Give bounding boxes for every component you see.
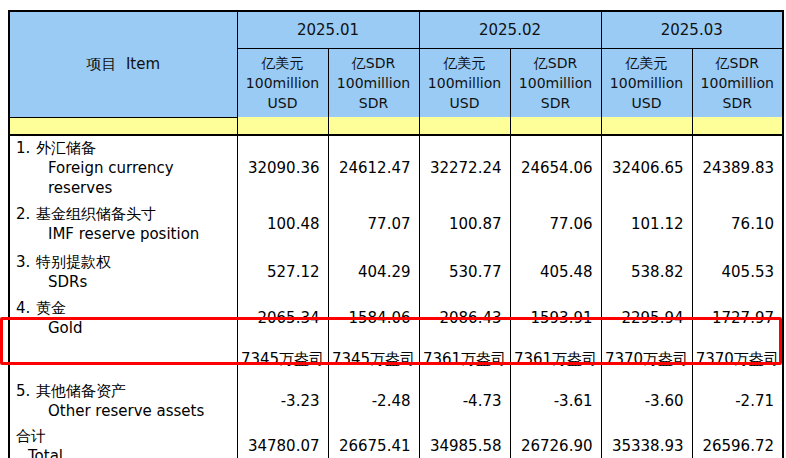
value-cell: -3.23 (237, 378, 328, 424)
col-header-unit-sdr: 亿SDR 100million SDR (510, 48, 601, 117)
separator-row (9, 117, 783, 135)
row-label-en: Gold (48, 318, 233, 338)
value-cell: -3.60 (601, 378, 692, 424)
value-cell: 7370万盎司 (692, 340, 783, 378)
col-header-month-2: 2025.02 (419, 11, 601, 48)
row-label-cn: 特别提款权 (36, 253, 111, 271)
row-number: 4. (16, 298, 36, 318)
row-label: 合计 Total (9, 424, 237, 458)
value-cell: -2.71 (692, 378, 783, 424)
value-cell: 24389.83 (692, 135, 783, 200)
value-cell: 24612.47 (328, 135, 419, 200)
row-label: 2.基金组织储备头寸 IMF reserve position (9, 200, 237, 248)
value-cell: 34780.07 (237, 424, 328, 458)
value-cell: 32406.65 (601, 135, 692, 200)
row-number: 3. (16, 252, 36, 272)
row-label-en: Total (28, 446, 233, 458)
value-cell: 405.48 (510, 248, 601, 296)
value-cell: -2.48 (328, 378, 419, 424)
row-number: 1. (16, 138, 36, 158)
value-cell: 100.48 (237, 200, 328, 248)
value-cell: 405.53 (692, 248, 783, 296)
row-label: 3.特别提款权 SDRs (9, 248, 237, 296)
row-label: 4.黄金 Gold (9, 296, 237, 340)
table-row-foreign-currency-reserves: 1.外汇储备 Foreign currency reserves 32090.3… (9, 135, 783, 200)
value-cell: 1593.91 (510, 296, 601, 340)
reserves-table: 项目 Item 2025.01 2025.02 2025.03 亿美元 100m… (8, 10, 784, 458)
value-cell: 7345万盎司 (328, 340, 419, 378)
table-row-other-reserve-assets: 5.其他储备资产 Other reserve assets -3.23 -2.4… (9, 378, 783, 424)
value-cell: 1584.06 (328, 296, 419, 340)
value-cell: -3.61 (510, 378, 601, 424)
value-cell: 7361万盎司 (419, 340, 510, 378)
row-number: 2. (16, 204, 36, 224)
row-label-cn: 合计 (16, 427, 46, 445)
value-cell: 7361万盎司 (510, 340, 601, 378)
value-cell: 7345万盎司 (237, 340, 328, 378)
table-row-imf-reserve-position: 2.基金组织储备头寸 IMF reserve position 100.48 7… (9, 200, 783, 248)
row-label-en: Other reserve assets (48, 401, 233, 421)
value-cell: 26596.72 (692, 424, 783, 458)
value-cell: 100.87 (419, 200, 510, 248)
value-cell: 404.29 (328, 248, 419, 296)
row-label: 1.外汇储备 Foreign currency reserves (9, 135, 237, 200)
col-header-month-3: 2025.03 (601, 11, 783, 48)
value-cell: 77.07 (328, 200, 419, 248)
value-cell: 2295.94 (601, 296, 692, 340)
value-cell: 77.06 (510, 200, 601, 248)
col-header-month-1: 2025.01 (237, 11, 419, 48)
value-cell: -4.73 (419, 378, 510, 424)
col-header-unit-usd: 亿美元 100million USD (237, 48, 328, 117)
value-cell: 32090.36 (237, 135, 328, 200)
value-cell: 527.12 (237, 248, 328, 296)
value-cell: 76.10 (692, 200, 783, 248)
reserve-assets-page: 项目 Item 2025.01 2025.02 2025.03 亿美元 100m… (0, 0, 786, 458)
value-cell: 26675.41 (328, 424, 419, 458)
col-header-unit-usd: 亿美元 100million USD (419, 48, 510, 117)
col-header-unit-sdr: 亿SDR 100million SDR (328, 48, 419, 117)
value-cell: 1727.97 (692, 296, 783, 340)
table-row-total: 合计 Total 34780.07 26675.41 34985.58 2672… (9, 424, 783, 458)
value-cell: 24654.06 (510, 135, 601, 200)
row-label-en: IMF reserve position (48, 224, 233, 244)
row-label-cn: 基金组织储备头寸 (36, 205, 156, 223)
col-header-item: 项目 Item (9, 11, 237, 117)
value-cell: 530.77 (419, 248, 510, 296)
table-row-gold-ounces-highlighted: 7345万盎司 7345万盎司 7361万盎司 7361万盎司 7370万盎司 … (9, 340, 783, 378)
col-header-unit-sdr: 亿SDR 100million SDR (692, 48, 783, 117)
value-cell: 32272.24 (419, 135, 510, 200)
row-number: 5. (16, 381, 36, 401)
value-cell: 101.12 (601, 200, 692, 248)
value-cell: 26726.90 (510, 424, 601, 458)
row-label-cn: 黄金 (36, 299, 66, 317)
table-row-sdrs: 3.特别提款权 SDRs 527.12 404.29 530.77 405.48… (9, 248, 783, 296)
value-cell: 2065.34 (237, 296, 328, 340)
row-label-empty (9, 340, 237, 378)
row-label-en: Foreign currency reserves (48, 158, 233, 198)
col-header-unit-usd: 亿美元 100million USD (601, 48, 692, 117)
table-row-gold: 4.黄金 Gold 2065.34 1584.06 2086.43 1593.9… (9, 296, 783, 340)
value-cell: 2086.43 (419, 296, 510, 340)
row-label-en: SDRs (48, 272, 233, 292)
value-cell: 538.82 (601, 248, 692, 296)
value-cell: 35338.93 (601, 424, 692, 458)
value-cell: 7370万盎司 (601, 340, 692, 378)
row-label-cn: 其他储备资产 (36, 382, 126, 400)
header-row-months: 项目 Item 2025.01 2025.02 2025.03 (9, 11, 783, 48)
row-label: 5.其他储备资产 Other reserve assets (9, 378, 237, 424)
row-label-cn: 外汇储备 (36, 139, 96, 157)
value-cell: 34985.58 (419, 424, 510, 458)
